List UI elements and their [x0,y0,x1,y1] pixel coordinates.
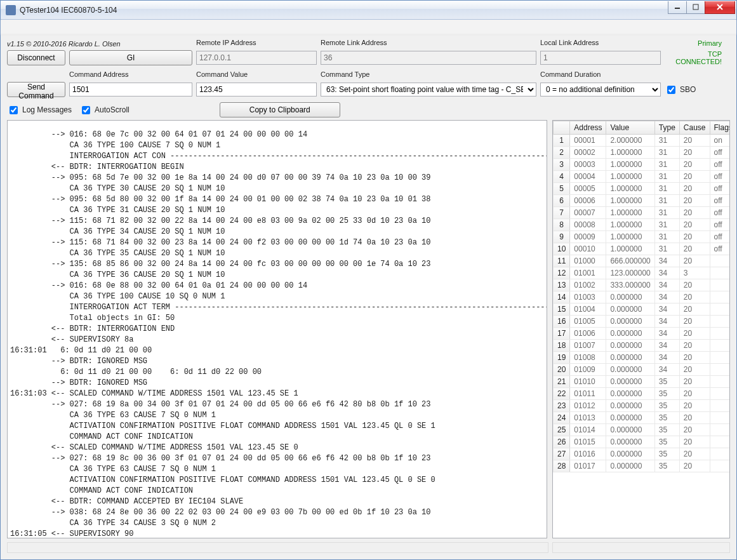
table-row[interactable]: 17010060.0000003420 [554,328,731,340]
cell-address: 00010 [570,243,606,255]
remote-link-input[interactable] [321,51,536,65]
cell-flags [710,279,730,291]
table-row[interactable]: 4000041.0000003120off [554,171,731,183]
cell-flags: off [710,207,730,219]
cell-address: 01003 [570,291,606,303]
copy-clipboard-button[interactable]: Copy to Clipboard [220,102,340,117]
cell-cause: 20 [679,328,710,340]
col-rownum[interactable] [554,121,570,135]
table-row[interactable]: 1301002333.0000003420 [554,279,731,291]
cell-rownum: 21 [554,376,570,388]
gi-button[interactable]: GI [69,50,192,65]
local-link-input[interactable] [540,51,661,65]
sbo-checkbox-label[interactable]: SBO [665,84,696,96]
table-row[interactable]: 20010090.0000003420 [554,364,731,376]
table-row[interactable]: 5000051.0000003120off [554,183,731,195]
cell-cause: 20 [679,400,710,412]
cmd-addr-input[interactable] [69,83,192,97]
log-messages-checkbox-label[interactable]: Log Messages [7,104,72,116]
table-row[interactable]: 16010050.0000003420 [554,316,731,328]
data-table-panel[interactable]: Address Value Type Cause Flags 1000012.0… [552,120,730,538]
table-row[interactable]: 26010150.0000003520 [554,436,731,448]
cell-rownum: 2 [554,147,570,159]
send-command-button[interactable]: Send Command [7,82,65,97]
cell-type: 35 [654,436,679,448]
log-text[interactable]: --> 016: 68 0e 7c 00 32 00 64 01 07 01 2… [8,128,547,538]
col-address[interactable]: Address [570,121,606,135]
cell-rownum: 6 [554,195,570,207]
titlebar[interactable]: QTester104 IEC60870-5-104 [1,1,736,20]
cell-rownum: 7 [554,207,570,219]
cell-cause: 20 [679,159,710,171]
content-area: v1.15 © 2010-2016 Ricardo L. Olsen Remot… [1,35,736,559]
table-row[interactable]: 14010030.0000003420 [554,291,731,303]
table-row[interactable]: 8000081.0000003120off [554,219,731,231]
cell-cause: 20 [679,207,710,219]
table-row[interactable]: 3000031.0000003120off [554,159,731,171]
cell-flags [710,255,730,267]
table-row[interactable]: 15010040.0000003420 [554,303,731,316]
cell-rownum: 22 [554,388,570,400]
disconnect-button[interactable]: Disconnect [7,50,65,65]
table-row[interactable]: 9000091.0000003120off [554,231,731,243]
cell-address: 01014 [570,424,606,436]
cell-cause: 20 [679,219,710,231]
table-row[interactable]: 10000101.0000003120off [554,243,731,255]
remote-ip-input[interactable] [196,51,317,65]
cell-value: 0.000000 [606,376,654,388]
col-type[interactable]: Type [654,121,679,135]
table-row[interactable]: 18010070.0000003420 [554,340,731,352]
log-messages-checkbox[interactable] [10,106,18,114]
minimize-button[interactable] [668,1,687,14]
log-hscrollbar[interactable] [7,542,548,553]
cmd-value-input[interactable] [196,83,317,97]
sbo-checkbox[interactable] [667,86,675,94]
command-row: Send Command 63: Set-point short floatin… [7,82,730,97]
col-value[interactable]: Value [606,121,654,135]
remote-link-label: Remote Link Address [321,39,536,46]
close-button[interactable] [705,1,735,14]
cell-value: 1.000000 [606,171,654,183]
cell-value: 1.000000 [606,147,654,159]
autoscroll-checkbox[interactable] [82,106,90,114]
cmd-type-select[interactable]: 63: Set-point short floating point value… [321,83,536,97]
cell-value: 0.000000 [606,436,654,448]
cell-type: 31 [654,207,679,219]
table-row[interactable]: 25010140.0000003520 [554,424,731,436]
cell-rownum: 26 [554,436,570,448]
table-row[interactable]: 24010130.0000003520 [554,412,731,424]
cell-flags: off [710,243,730,255]
table-row[interactable]: 28010170.0000003520 [554,460,731,472]
table-row[interactable]: 2000021.0000003120off [554,147,731,159]
cell-address: 00002 [570,147,606,159]
cell-rownum: 17 [554,328,570,340]
table-row[interactable]: 1000012.0000003120on [554,135,731,147]
cell-flags [710,376,730,388]
table-row[interactable]: 27010160.0000003520 [554,448,731,460]
cell-rownum: 1 [554,135,570,147]
table-row[interactable]: 1101000666.0000003420 [554,255,731,267]
cell-value: 0.000000 [606,303,654,316]
maximize-button[interactable] [686,1,705,14]
col-cause[interactable]: Cause [679,121,710,135]
table-row[interactable]: 23010120.0000003520 [554,400,731,412]
table-row[interactable]: 1201001123.000000343 [554,267,731,279]
cell-value: 666.000000 [606,255,654,267]
col-flags[interactable]: Flags [710,121,730,135]
cell-address: 00004 [570,171,606,183]
autoscroll-checkbox-label[interactable]: AutoScroll [79,104,129,116]
log-panel[interactable]: --> 016: 68 0e 7c 00 32 00 64 01 07 01 2… [7,120,547,538]
cmd-type-label: Command Type [321,70,536,78]
cell-cause: 20 [679,412,710,424]
table-row[interactable]: 19010080.0000003420 [554,352,731,364]
table-hscrollbar[interactable] [552,542,730,553]
cmd-duration-select[interactable]: 0 = no additional definition [540,83,661,97]
cell-rownum: 12 [554,267,570,279]
table-row[interactable]: 7000071.0000003120off [554,207,731,219]
table-row[interactable]: 21010100.0000003520 [554,376,731,388]
table-row[interactable]: 22010110.0000003520 [554,388,731,400]
cell-type: 34 [654,328,679,340]
table-row[interactable]: 6000061.0000003120off [554,195,731,207]
app-icon [6,5,16,15]
cell-cause: 20 [679,448,710,460]
